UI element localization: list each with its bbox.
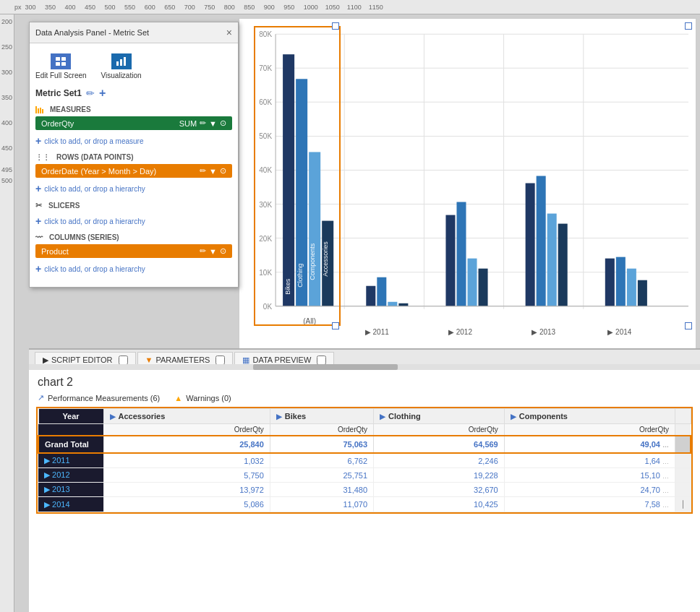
bikes-orderqty-header: OrderQty	[270, 424, 373, 436]
column-filter-btn[interactable]: ▼	[209, 247, 217, 256]
components-expand-icon[interactable]: ▶	[511, 413, 516, 421]
metric-set-title: Metric Set1	[35, 88, 82, 98]
chart2-stats: ↗ Performance Measurements (6) ▲ Warning…	[29, 392, 700, 407]
svg-rect-54	[616, 257, 626, 306]
measures-label: MEASURES	[50, 105, 91, 113]
horizontal-scrollbar[interactable]	[29, 364, 700, 370]
column-name: Product	[41, 247, 69, 256]
handle-bottom-left[interactable]	[685, 322, 692, 329]
grand-total-components: 49,04 …	[504, 436, 675, 453]
warning-icon: ▲	[174, 394, 182, 402]
row-2013-components: 24,70 …	[504, 483, 675, 497]
svg-rect-50	[558, 224, 568, 306]
handle-bottom-right[interactable]	[332, 322, 339, 329]
bikes-col-label: Bikes	[285, 412, 306, 421]
horizontal-scrollbar-thumb[interactable]	[253, 364, 398, 370]
orderdate-row-pill[interactable]: OrderDate (Year > Month > Day) ✏ ▼ ⊙	[35, 164, 232, 178]
add-measure-text: click to add, or drop a measure	[44, 137, 143, 145]
svg-rect-41	[445, 215, 455, 306]
measure-edit-btn[interactable]: ✏	[200, 118, 206, 128]
script-editor-checkbox[interactable]	[119, 355, 128, 365]
svg-text:50K: 50K	[259, 132, 272, 140]
svg-text:60K: 60K	[259, 98, 272, 106]
svg-text:80K: 80K	[259, 30, 272, 38]
table-row: ▶ 2012 5,750 25,751 19,228 15,10 …	[38, 468, 691, 483]
scrollbar-grandtotal[interactable]	[675, 436, 691, 453]
panel-title: Data Analysis Panel - Metric Set	[35, 28, 149, 37]
main-container: px 300 350 400 450 500 550 600 650 700 7…	[0, 0, 700, 612]
svg-text:40K: 40K	[259, 166, 272, 174]
metric-set-edit-icon[interactable]: ✏	[86, 87, 95, 99]
svg-rect-48	[537, 176, 546, 306]
column-actions: ✏ ▼ ⊙	[200, 246, 226, 256]
handle-top-left[interactable]	[685, 22, 692, 30]
svg-rect-37	[388, 302, 397, 306]
columns-icon: 〰	[35, 233, 43, 241]
accessories-expand-icon[interactable]: ▶	[110, 413, 116, 421]
rows-label: ROWS (DATA POINTS)	[56, 153, 133, 161]
svg-text:Clothing: Clothing	[296, 264, 304, 288]
visualization-button[interactable]: Visualization	[101, 53, 142, 79]
column-edit-btn[interactable]: ✏	[200, 246, 206, 256]
row-2014-expand[interactable]: ▶	[44, 500, 50, 509]
bikes-category: ▶ Bikes	[276, 412, 367, 421]
clothing-orderqty-header: OrderQty	[374, 424, 505, 436]
row-2012-label: ▶ 2012	[38, 468, 103, 483]
svg-text:▶ 2011: ▶ 2011	[365, 328, 389, 336]
product-column-pill[interactable]: Product ✏ ▼ ⊙	[35, 244, 232, 258]
clothing-expand-icon[interactable]: ▶	[380, 413, 385, 421]
measure-actions: SUM ✏ ▼ ⊙	[179, 118, 226, 128]
slicers-label: SLICERS	[48, 202, 80, 210]
chart-area: 80K 70K 60K 50K 40K 30K 20K 10K 0K B	[239, 18, 696, 350]
metric-set-add-icon[interactable]: +	[99, 87, 106, 100]
ruler-ticks: 300 350 400 450 500 550 600 650 700 750 …	[25, 4, 700, 11]
row-name: OrderDate (Year > Month > Day)	[41, 167, 156, 176]
svg-rect-38	[398, 303, 408, 306]
orderqty-measure-pill[interactable]: OrderQty SUM ✏ ▼ ⊙	[35, 116, 232, 130]
svg-text:(All): (All)	[303, 317, 316, 325]
row-edit-btn[interactable]: ✏	[200, 166, 206, 176]
add-slicer-text: click to add, or drop a hierarchy	[44, 217, 145, 225]
svg-rect-47	[526, 183, 535, 306]
fullscreen-icon	[51, 53, 71, 69]
svg-rect-25	[283, 54, 294, 306]
add-slicer-row[interactable]: + click to add, or drop a hierarchy	[35, 213, 232, 229]
add-column-plus: +	[35, 263, 41, 275]
row-2011-expand[interactable]: ▶	[44, 456, 50, 465]
handle-top-right[interactable]	[332, 22, 339, 30]
add-hierarchy-row[interactable]: + click to add, or drop a hierarchy	[35, 181, 232, 197]
column-remove-btn[interactable]: ⊙	[220, 246, 226, 256]
bikes-expand-icon[interactable]: ▶	[276, 413, 282, 421]
measure-filter-btn[interactable]: ▼	[209, 119, 217, 128]
measure-remove-btn[interactable]: ⊙	[220, 118, 226, 128]
metric-set-header: Metric Set1 ✏ +	[35, 87, 232, 100]
svg-text:70K: 70K	[259, 64, 272, 72]
svg-rect-27	[309, 152, 320, 306]
row-filter-btn[interactable]: ▼	[209, 167, 217, 176]
parameters-icon: ▼	[145, 355, 153, 364]
add-column-row[interactable]: + click to add, or drop a hierarchy	[35, 261, 232, 277]
panel-close-button[interactable]: ×	[226, 27, 232, 38]
row-2013-accessories: 13,972	[103, 483, 270, 497]
svg-text:▶ 2014: ▶ 2014	[607, 328, 631, 336]
svg-rect-5	[120, 59, 122, 66]
row-remove-btn[interactable]: ⊙	[220, 166, 226, 176]
edit-fullscreen-button[interactable]: Edit Full Screen	[35, 53, 87, 79]
grand-total-label: Grand Total	[38, 436, 103, 453]
svg-text:Components: Components	[309, 243, 316, 280]
scrollbar-2011	[675, 453, 691, 468]
row-2012-expand[interactable]: ▶	[44, 470, 50, 479]
row-actions: ✏ ▼ ⊙	[200, 166, 226, 176]
data-preview-checkbox[interactable]	[317, 355, 326, 365]
row-2013-expand[interactable]: ▶	[44, 485, 50, 494]
clothing-col-header: ▶ Clothing	[374, 409, 505, 424]
svg-rect-44	[479, 269, 488, 306]
parameters-checkbox[interactable]	[215, 355, 225, 365]
add-measure-row[interactable]: + click to add, or drop a measure	[35, 133, 232, 149]
row-2011-label: ▶ 2011	[38, 453, 103, 468]
scrollbar-thumb-down[interactable]	[683, 500, 683, 509]
svg-text:0K: 0K	[263, 303, 273, 311]
svg-rect-36	[377, 277, 386, 306]
grand-total-clothing: 64,569	[374, 436, 505, 453]
components-category: ▶ Components	[511, 412, 669, 421]
